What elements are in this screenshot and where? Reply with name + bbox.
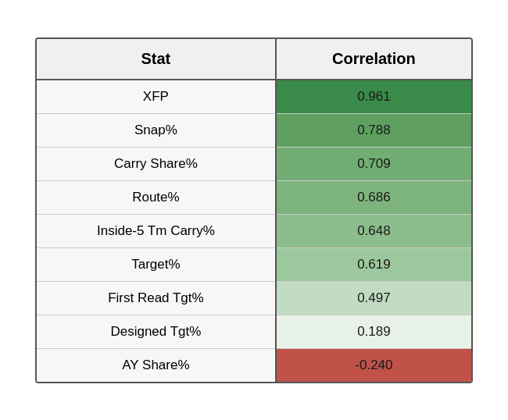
table-row: Designed Tgt%0.189 (37, 315, 471, 348)
correlation-cell: 0.788 (276, 113, 471, 147)
correlation-cell: 0.961 (276, 80, 471, 114)
stat-cell: Designed Tgt% (37, 315, 276, 348)
correlation-cell: -0.240 (276, 348, 471, 382)
stat-cell: First Read Tgt% (37, 281, 276, 315)
stat-cell: Target% (37, 247, 276, 281)
correlation-cell: 0.648 (276, 214, 471, 247)
table-row: Carry Share%0.709 (37, 147, 471, 180)
correlation-cell: 0.709 (276, 147, 471, 180)
table-row: First Read Tgt%0.497 (37, 281, 471, 315)
stat-cell: XFP (37, 80, 276, 114)
table-row: AY Share%-0.240 (37, 348, 471, 382)
correlation-header: Correlation (276, 39, 471, 80)
stat-cell: AY Share% (37, 348, 276, 382)
stat-cell: Inside-5 Tm Carry% (37, 214, 276, 247)
table-row: Inside-5 Tm Carry%0.648 (37, 214, 471, 247)
stat-cell: Snap% (37, 113, 276, 147)
table-row: XFP0.961 (37, 80, 471, 114)
correlation-cell: 0.686 (276, 180, 471, 214)
correlation-cell: 0.619 (276, 247, 471, 281)
table-row: Route%0.686 (37, 180, 471, 214)
correlation-cell: 0.189 (276, 315, 471, 348)
table-row: Snap%0.788 (37, 113, 471, 147)
stat-cell: Route% (37, 180, 276, 214)
correlation-table: Stat Correlation XFP0.961Snap%0.788Carry… (35, 37, 473, 383)
correlation-cell: 0.497 (276, 281, 471, 315)
stat-header: Stat (37, 39, 276, 80)
stat-cell: Carry Share% (37, 147, 276, 180)
table-row: Target%0.619 (37, 247, 471, 281)
